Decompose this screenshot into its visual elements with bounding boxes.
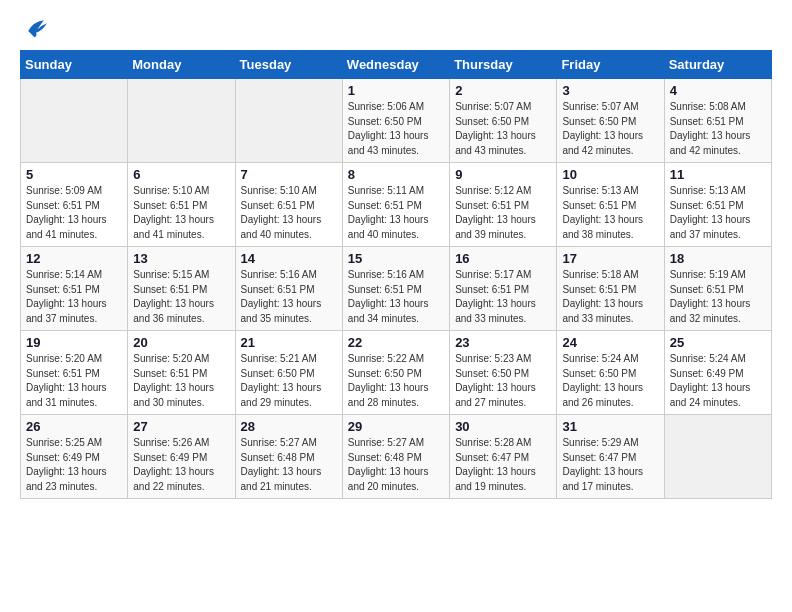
day-number: 12 [26, 251, 122, 266]
calendar-cell: 24Sunrise: 5:24 AM Sunset: 6:50 PM Dayli… [557, 331, 664, 415]
calendar-cell: 14Sunrise: 5:16 AM Sunset: 6:51 PM Dayli… [235, 247, 342, 331]
day-number: 11 [670, 167, 766, 182]
calendar-cell: 28Sunrise: 5:27 AM Sunset: 6:48 PM Dayli… [235, 415, 342, 499]
calendar-cell: 30Sunrise: 5:28 AM Sunset: 6:47 PM Dayli… [450, 415, 557, 499]
weekday-header-tuesday: Tuesday [235, 51, 342, 79]
day-info: Sunrise: 5:12 AM Sunset: 6:51 PM Dayligh… [455, 184, 551, 242]
day-info: Sunrise: 5:21 AM Sunset: 6:50 PM Dayligh… [241, 352, 337, 410]
weekday-header-saturday: Saturday [664, 51, 771, 79]
day-info: Sunrise: 5:16 AM Sunset: 6:51 PM Dayligh… [348, 268, 444, 326]
day-info: Sunrise: 5:09 AM Sunset: 6:51 PM Dayligh… [26, 184, 122, 242]
calendar-week-row: 12Sunrise: 5:14 AM Sunset: 6:51 PM Dayli… [21, 247, 772, 331]
page: SundayMondayTuesdayWednesdayThursdayFrid… [0, 0, 792, 517]
calendar-cell: 12Sunrise: 5:14 AM Sunset: 6:51 PM Dayli… [21, 247, 128, 331]
day-number: 16 [455, 251, 551, 266]
calendar-week-row: 26Sunrise: 5:25 AM Sunset: 6:49 PM Dayli… [21, 415, 772, 499]
calendar-week-row: 19Sunrise: 5:20 AM Sunset: 6:51 PM Dayli… [21, 331, 772, 415]
day-number: 1 [348, 83, 444, 98]
calendar-cell: 25Sunrise: 5:24 AM Sunset: 6:49 PM Dayli… [664, 331, 771, 415]
calendar-cell [664, 415, 771, 499]
calendar-cell: 31Sunrise: 5:29 AM Sunset: 6:47 PM Dayli… [557, 415, 664, 499]
day-info: Sunrise: 5:11 AM Sunset: 6:51 PM Dayligh… [348, 184, 444, 242]
day-info: Sunrise: 5:14 AM Sunset: 6:51 PM Dayligh… [26, 268, 122, 326]
calendar-cell: 10Sunrise: 5:13 AM Sunset: 6:51 PM Dayli… [557, 163, 664, 247]
day-number: 18 [670, 251, 766, 266]
calendar-cell: 11Sunrise: 5:13 AM Sunset: 6:51 PM Dayli… [664, 163, 771, 247]
calendar-cell: 27Sunrise: 5:26 AM Sunset: 6:49 PM Dayli… [128, 415, 235, 499]
day-info: Sunrise: 5:15 AM Sunset: 6:51 PM Dayligh… [133, 268, 229, 326]
day-info: Sunrise: 5:06 AM Sunset: 6:50 PM Dayligh… [348, 100, 444, 158]
day-number: 30 [455, 419, 551, 434]
day-info: Sunrise: 5:27 AM Sunset: 6:48 PM Dayligh… [348, 436, 444, 494]
day-info: Sunrise: 5:19 AM Sunset: 6:51 PM Dayligh… [670, 268, 766, 326]
day-number: 14 [241, 251, 337, 266]
day-number: 10 [562, 167, 658, 182]
day-number: 2 [455, 83, 551, 98]
calendar-table: SundayMondayTuesdayWednesdayThursdayFrid… [20, 50, 772, 499]
day-info: Sunrise: 5:13 AM Sunset: 6:51 PM Dayligh… [670, 184, 766, 242]
calendar-cell: 15Sunrise: 5:16 AM Sunset: 6:51 PM Dayli… [342, 247, 449, 331]
day-info: Sunrise: 5:23 AM Sunset: 6:50 PM Dayligh… [455, 352, 551, 410]
day-info: Sunrise: 5:18 AM Sunset: 6:51 PM Dayligh… [562, 268, 658, 326]
day-info: Sunrise: 5:24 AM Sunset: 6:50 PM Dayligh… [562, 352, 658, 410]
day-number: 21 [241, 335, 337, 350]
day-number: 8 [348, 167, 444, 182]
day-info: Sunrise: 5:25 AM Sunset: 6:49 PM Dayligh… [26, 436, 122, 494]
day-info: Sunrise: 5:22 AM Sunset: 6:50 PM Dayligh… [348, 352, 444, 410]
day-number: 15 [348, 251, 444, 266]
calendar-cell: 29Sunrise: 5:27 AM Sunset: 6:48 PM Dayli… [342, 415, 449, 499]
day-number: 27 [133, 419, 229, 434]
calendar-cell: 5Sunrise: 5:09 AM Sunset: 6:51 PM Daylig… [21, 163, 128, 247]
calendar-cell: 21Sunrise: 5:21 AM Sunset: 6:50 PM Dayli… [235, 331, 342, 415]
day-number: 26 [26, 419, 122, 434]
day-info: Sunrise: 5:26 AM Sunset: 6:49 PM Dayligh… [133, 436, 229, 494]
day-info: Sunrise: 5:29 AM Sunset: 6:47 PM Dayligh… [562, 436, 658, 494]
day-number: 4 [670, 83, 766, 98]
day-number: 17 [562, 251, 658, 266]
calendar-cell: 22Sunrise: 5:22 AM Sunset: 6:50 PM Dayli… [342, 331, 449, 415]
day-number: 3 [562, 83, 658, 98]
weekday-header-friday: Friday [557, 51, 664, 79]
day-number: 7 [241, 167, 337, 182]
calendar-cell: 2Sunrise: 5:07 AM Sunset: 6:50 PM Daylig… [450, 79, 557, 163]
day-info: Sunrise: 5:28 AM Sunset: 6:47 PM Dayligh… [455, 436, 551, 494]
day-number: 19 [26, 335, 122, 350]
day-number: 28 [241, 419, 337, 434]
day-info: Sunrise: 5:07 AM Sunset: 6:50 PM Dayligh… [455, 100, 551, 158]
calendar-cell: 17Sunrise: 5:18 AM Sunset: 6:51 PM Dayli… [557, 247, 664, 331]
day-number: 31 [562, 419, 658, 434]
day-number: 25 [670, 335, 766, 350]
day-info: Sunrise: 5:10 AM Sunset: 6:51 PM Dayligh… [133, 184, 229, 242]
calendar-week-row: 1Sunrise: 5:06 AM Sunset: 6:50 PM Daylig… [21, 79, 772, 163]
weekday-header-sunday: Sunday [21, 51, 128, 79]
day-info: Sunrise: 5:24 AM Sunset: 6:49 PM Dayligh… [670, 352, 766, 410]
day-info: Sunrise: 5:10 AM Sunset: 6:51 PM Dayligh… [241, 184, 337, 242]
calendar-cell: 19Sunrise: 5:20 AM Sunset: 6:51 PM Dayli… [21, 331, 128, 415]
calendar-cell: 23Sunrise: 5:23 AM Sunset: 6:50 PM Dayli… [450, 331, 557, 415]
day-info: Sunrise: 5:20 AM Sunset: 6:51 PM Dayligh… [26, 352, 122, 410]
header [20, 18, 772, 42]
weekday-header-row: SundayMondayTuesdayWednesdayThursdayFrid… [21, 51, 772, 79]
weekday-header-monday: Monday [128, 51, 235, 79]
calendar-week-row: 5Sunrise: 5:09 AM Sunset: 6:51 PM Daylig… [21, 163, 772, 247]
calendar-cell: 20Sunrise: 5:20 AM Sunset: 6:51 PM Dayli… [128, 331, 235, 415]
day-info: Sunrise: 5:08 AM Sunset: 6:51 PM Dayligh… [670, 100, 766, 158]
calendar-cell: 8Sunrise: 5:11 AM Sunset: 6:51 PM Daylig… [342, 163, 449, 247]
day-number: 13 [133, 251, 229, 266]
calendar-cell: 18Sunrise: 5:19 AM Sunset: 6:51 PM Dayli… [664, 247, 771, 331]
weekday-header-wednesday: Wednesday [342, 51, 449, 79]
calendar-cell: 26Sunrise: 5:25 AM Sunset: 6:49 PM Dayli… [21, 415, 128, 499]
calendar-cell: 16Sunrise: 5:17 AM Sunset: 6:51 PM Dayli… [450, 247, 557, 331]
day-number: 24 [562, 335, 658, 350]
calendar-cell [235, 79, 342, 163]
calendar-cell: 7Sunrise: 5:10 AM Sunset: 6:51 PM Daylig… [235, 163, 342, 247]
day-number: 5 [26, 167, 122, 182]
day-number: 22 [348, 335, 444, 350]
day-number: 6 [133, 167, 229, 182]
day-info: Sunrise: 5:07 AM Sunset: 6:50 PM Dayligh… [562, 100, 658, 158]
day-info: Sunrise: 5:27 AM Sunset: 6:48 PM Dayligh… [241, 436, 337, 494]
day-number: 29 [348, 419, 444, 434]
logo-bird-icon [22, 14, 50, 42]
calendar-cell: 1Sunrise: 5:06 AM Sunset: 6:50 PM Daylig… [342, 79, 449, 163]
calendar-cell: 3Sunrise: 5:07 AM Sunset: 6:50 PM Daylig… [557, 79, 664, 163]
